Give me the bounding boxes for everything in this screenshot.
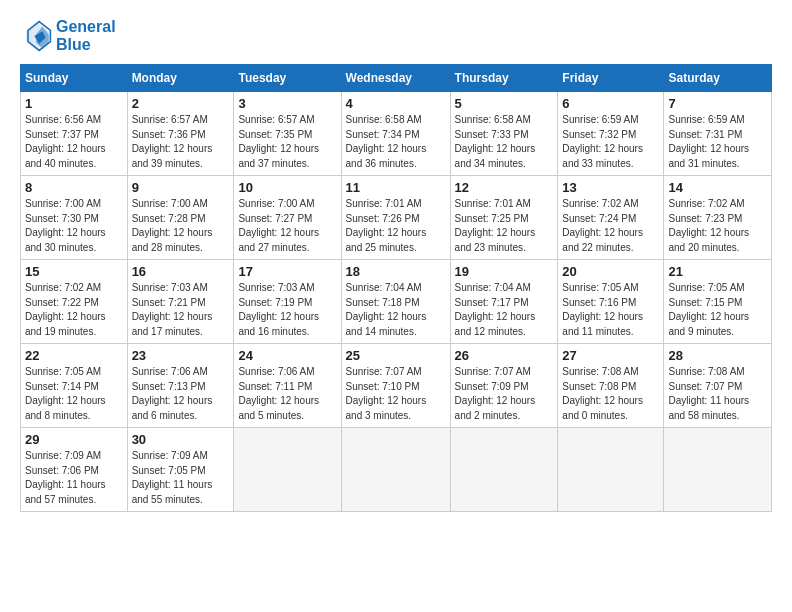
calendar-cell: 28Sunrise: 7:08 AM Sunset: 7:07 PM Dayli… [664, 344, 772, 428]
day-info: Sunrise: 7:05 AM Sunset: 7:15 PM Dayligh… [668, 281, 767, 339]
calendar-cell: 22Sunrise: 7:05 AM Sunset: 7:14 PM Dayli… [21, 344, 128, 428]
day-info: Sunrise: 7:01 AM Sunset: 7:25 PM Dayligh… [455, 197, 554, 255]
day-info: Sunrise: 6:58 AM Sunset: 7:33 PM Dayligh… [455, 113, 554, 171]
day-number: 30 [132, 432, 230, 447]
calendar-cell: 5Sunrise: 6:58 AM Sunset: 7:33 PM Daylig… [450, 92, 558, 176]
day-number: 4 [346, 96, 446, 111]
calendar: SundayMondayTuesdayWednesdayThursdayFrid… [20, 64, 772, 512]
calendar-cell: 6Sunrise: 6:59 AM Sunset: 7:32 PM Daylig… [558, 92, 664, 176]
calendar-body: 1Sunrise: 6:56 AM Sunset: 7:37 PM Daylig… [21, 92, 772, 512]
calendar-cell [664, 428, 772, 512]
calendar-cell: 1Sunrise: 6:56 AM Sunset: 7:37 PM Daylig… [21, 92, 128, 176]
day-number: 23 [132, 348, 230, 363]
day-info: Sunrise: 7:05 AM Sunset: 7:16 PM Dayligh… [562, 281, 659, 339]
calendar-cell: 30Sunrise: 7:09 AM Sunset: 7:05 PM Dayli… [127, 428, 234, 512]
day-info: Sunrise: 7:03 AM Sunset: 7:21 PM Dayligh… [132, 281, 230, 339]
page: General Blue SundayMondayTuesdayWednesda… [0, 0, 792, 612]
weekday-wednesday: Wednesday [341, 65, 450, 92]
day-number: 14 [668, 180, 767, 195]
day-number: 25 [346, 348, 446, 363]
day-info: Sunrise: 7:03 AM Sunset: 7:19 PM Dayligh… [238, 281, 336, 339]
day-number: 13 [562, 180, 659, 195]
day-info: Sunrise: 6:58 AM Sunset: 7:34 PM Dayligh… [346, 113, 446, 171]
weekday-sunday: Sunday [21, 65, 128, 92]
day-info: Sunrise: 6:59 AM Sunset: 7:31 PM Dayligh… [668, 113, 767, 171]
day-info: Sunrise: 6:57 AM Sunset: 7:35 PM Dayligh… [238, 113, 336, 171]
day-info: Sunrise: 7:05 AM Sunset: 7:14 PM Dayligh… [25, 365, 123, 423]
calendar-cell: 3Sunrise: 6:57 AM Sunset: 7:35 PM Daylig… [234, 92, 341, 176]
day-info: Sunrise: 6:56 AM Sunset: 7:37 PM Dayligh… [25, 113, 123, 171]
week-row-2: 15Sunrise: 7:02 AM Sunset: 7:22 PM Dayli… [21, 260, 772, 344]
day-number: 19 [455, 264, 554, 279]
day-info: Sunrise: 7:04 AM Sunset: 7:17 PM Dayligh… [455, 281, 554, 339]
day-number: 26 [455, 348, 554, 363]
calendar-cell: 4Sunrise: 6:58 AM Sunset: 7:34 PM Daylig… [341, 92, 450, 176]
day-info: Sunrise: 7:06 AM Sunset: 7:11 PM Dayligh… [238, 365, 336, 423]
calendar-cell: 18Sunrise: 7:04 AM Sunset: 7:18 PM Dayli… [341, 260, 450, 344]
calendar-cell: 24Sunrise: 7:06 AM Sunset: 7:11 PM Dayli… [234, 344, 341, 428]
day-number: 29 [25, 432, 123, 447]
calendar-cell [234, 428, 341, 512]
calendar-cell: 25Sunrise: 7:07 AM Sunset: 7:10 PM Dayli… [341, 344, 450, 428]
day-number: 7 [668, 96, 767, 111]
weekday-saturday: Saturday [664, 65, 772, 92]
calendar-cell: 2Sunrise: 6:57 AM Sunset: 7:36 PM Daylig… [127, 92, 234, 176]
day-number: 28 [668, 348, 767, 363]
weekday-header: SundayMondayTuesdayWednesdayThursdayFrid… [21, 65, 772, 92]
calendar-cell: 21Sunrise: 7:05 AM Sunset: 7:15 PM Dayli… [664, 260, 772, 344]
day-info: Sunrise: 7:00 AM Sunset: 7:27 PM Dayligh… [238, 197, 336, 255]
day-number: 1 [25, 96, 123, 111]
day-number: 5 [455, 96, 554, 111]
week-row-3: 22Sunrise: 7:05 AM Sunset: 7:14 PM Dayli… [21, 344, 772, 428]
calendar-cell: 10Sunrise: 7:00 AM Sunset: 7:27 PM Dayli… [234, 176, 341, 260]
day-number: 2 [132, 96, 230, 111]
day-info: Sunrise: 7:02 AM Sunset: 7:22 PM Dayligh… [25, 281, 123, 339]
calendar-cell: 27Sunrise: 7:08 AM Sunset: 7:08 PM Dayli… [558, 344, 664, 428]
calendar-cell: 26Sunrise: 7:07 AM Sunset: 7:09 PM Dayli… [450, 344, 558, 428]
calendar-cell: 16Sunrise: 7:03 AM Sunset: 7:21 PM Dayli… [127, 260, 234, 344]
calendar-cell [341, 428, 450, 512]
calendar-cell [450, 428, 558, 512]
calendar-cell: 20Sunrise: 7:05 AM Sunset: 7:16 PM Dayli… [558, 260, 664, 344]
day-info: Sunrise: 7:09 AM Sunset: 7:05 PM Dayligh… [132, 449, 230, 507]
day-info: Sunrise: 7:01 AM Sunset: 7:26 PM Dayligh… [346, 197, 446, 255]
calendar-cell: 17Sunrise: 7:03 AM Sunset: 7:19 PM Dayli… [234, 260, 341, 344]
week-row-0: 1Sunrise: 6:56 AM Sunset: 7:37 PM Daylig… [21, 92, 772, 176]
calendar-cell: 7Sunrise: 6:59 AM Sunset: 7:31 PM Daylig… [664, 92, 772, 176]
day-info: Sunrise: 7:08 AM Sunset: 7:08 PM Dayligh… [562, 365, 659, 423]
day-info: Sunrise: 7:02 AM Sunset: 7:23 PM Dayligh… [668, 197, 767, 255]
day-number: 18 [346, 264, 446, 279]
day-number: 24 [238, 348, 336, 363]
day-info: Sunrise: 7:02 AM Sunset: 7:24 PM Dayligh… [562, 197, 659, 255]
day-info: Sunrise: 7:00 AM Sunset: 7:28 PM Dayligh… [132, 197, 230, 255]
calendar-cell: 29Sunrise: 7:09 AM Sunset: 7:06 PM Dayli… [21, 428, 128, 512]
day-number: 17 [238, 264, 336, 279]
logo-text: General Blue [56, 18, 116, 54]
weekday-friday: Friday [558, 65, 664, 92]
calendar-cell: 9Sunrise: 7:00 AM Sunset: 7:28 PM Daylig… [127, 176, 234, 260]
calendar-cell: 12Sunrise: 7:01 AM Sunset: 7:25 PM Dayli… [450, 176, 558, 260]
day-number: 11 [346, 180, 446, 195]
day-number: 27 [562, 348, 659, 363]
day-info: Sunrise: 7:07 AM Sunset: 7:10 PM Dayligh… [346, 365, 446, 423]
day-number: 21 [668, 264, 767, 279]
calendar-cell: 11Sunrise: 7:01 AM Sunset: 7:26 PM Dayli… [341, 176, 450, 260]
day-info: Sunrise: 7:04 AM Sunset: 7:18 PM Dayligh… [346, 281, 446, 339]
logo: General Blue [20, 18, 116, 54]
calendar-cell: 23Sunrise: 7:06 AM Sunset: 7:13 PM Dayli… [127, 344, 234, 428]
week-row-4: 29Sunrise: 7:09 AM Sunset: 7:06 PM Dayli… [21, 428, 772, 512]
day-number: 9 [132, 180, 230, 195]
day-info: Sunrise: 6:59 AM Sunset: 7:32 PM Dayligh… [562, 113, 659, 171]
weekday-thursday: Thursday [450, 65, 558, 92]
day-info: Sunrise: 7:07 AM Sunset: 7:09 PM Dayligh… [455, 365, 554, 423]
weekday-tuesday: Tuesday [234, 65, 341, 92]
calendar-cell [558, 428, 664, 512]
day-info: Sunrise: 7:06 AM Sunset: 7:13 PM Dayligh… [132, 365, 230, 423]
calendar-cell: 14Sunrise: 7:02 AM Sunset: 7:23 PM Dayli… [664, 176, 772, 260]
day-info: Sunrise: 7:00 AM Sunset: 7:30 PM Dayligh… [25, 197, 123, 255]
header: General Blue [20, 18, 772, 54]
calendar-cell: 15Sunrise: 7:02 AM Sunset: 7:22 PM Dayli… [21, 260, 128, 344]
day-number: 20 [562, 264, 659, 279]
day-info: Sunrise: 7:09 AM Sunset: 7:06 PM Dayligh… [25, 449, 123, 507]
day-number: 8 [25, 180, 123, 195]
